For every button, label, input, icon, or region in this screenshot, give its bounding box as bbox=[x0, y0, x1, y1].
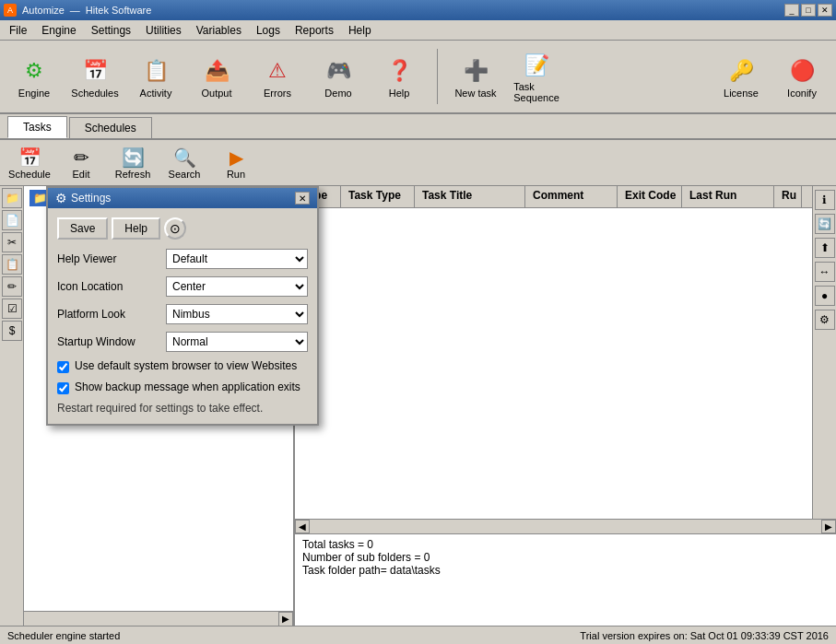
status-bar: Scheduler engine started Trial version e… bbox=[0, 626, 836, 644]
up-icon[interactable]: ⬆ bbox=[815, 238, 835, 258]
icon-location-select[interactable]: Center Top Bottom bbox=[166, 276, 308, 297]
save-button[interactable]: Save bbox=[57, 217, 108, 240]
task-sequence-button[interactable]: 📝 Task Sequence bbox=[510, 45, 563, 108]
task-sequence-label: Task Sequence bbox=[513, 81, 559, 103]
activity-button[interactable]: 📋 Activity bbox=[129, 45, 183, 108]
dialog-close-button[interactable]: ✕ bbox=[295, 192, 310, 205]
iconify-button[interactable]: 🔴 Iconify bbox=[775, 45, 829, 108]
platform-look-select-wrapper: Nimbus Windows Metal bbox=[166, 304, 308, 324]
run-label: Run bbox=[227, 169, 245, 180]
activity-label: Activity bbox=[140, 88, 172, 99]
tab-schedules[interactable]: Schedules bbox=[69, 117, 152, 138]
left-icon-copy[interactable]: 📋 bbox=[2, 254, 22, 275]
new-task-button[interactable]: ➕ New task bbox=[449, 45, 502, 108]
company-name: Hitek Software bbox=[86, 5, 152, 16]
window-controls: _ □ ✕ bbox=[784, 4, 832, 17]
left-icon-edit2[interactable]: ✏ bbox=[2, 276, 22, 297]
left-icon-doc[interactable]: 📄 bbox=[2, 210, 22, 230]
right-side-icons: ℹ 🔄 ⬆ ↔ ● ⚙ bbox=[812, 186, 836, 519]
demo-button[interactable]: 🎮 Demo bbox=[312, 45, 365, 108]
table-header: Type Task Type Task Title Comment Exit C… bbox=[295, 186, 812, 208]
schedule-button[interactable]: 📅 Schedule bbox=[7, 146, 52, 180]
help-viewer-select[interactable]: Default Browser Internal bbox=[166, 249, 308, 269]
use-browser-label: Use default system browser to view Websi… bbox=[75, 359, 297, 372]
dialog-body: Save Help ⊙ Help Viewer Default Browser … bbox=[48, 208, 317, 424]
info-line-3: Task folder path= data\tasks bbox=[302, 564, 829, 577]
output-icon: 📤 bbox=[200, 54, 233, 88]
horiz-icon[interactable]: ↔ bbox=[815, 262, 835, 282]
license-button[interactable]: 🔑 License bbox=[714, 45, 768, 108]
run-icon: ▶ bbox=[230, 146, 243, 169]
menu-reports[interactable]: Reports bbox=[289, 22, 339, 39]
refresh-side-icon[interactable]: 🔄 bbox=[815, 214, 835, 234]
help-button[interactable]: ❓ Help bbox=[372, 45, 426, 108]
menu-logs[interactable]: Logs bbox=[251, 22, 286, 39]
errors-icon: ⚠ bbox=[261, 54, 294, 88]
scroll-left-table[interactable]: ◀ bbox=[295, 520, 310, 533]
menu-settings[interactable]: Settings bbox=[86, 22, 136, 39]
output-button[interactable]: 📤 Output bbox=[190, 45, 243, 108]
schedule-icon: 📅 bbox=[18, 146, 41, 169]
edit-icon: ✏ bbox=[74, 146, 89, 169]
menu-engine[interactable]: Engine bbox=[36, 22, 81, 39]
platform-look-label: Platform Look bbox=[57, 308, 159, 321]
schedules-button[interactable]: 📅 Schedules bbox=[68, 45, 122, 108]
engine-icon: ⚙ bbox=[18, 54, 51, 88]
menu-file[interactable]: File bbox=[4, 22, 32, 39]
use-browser-checkbox[interactable] bbox=[57, 361, 69, 373]
show-backup-label: Show backup message when application exi… bbox=[75, 381, 300, 393]
icon-location-select-wrapper: Center Top Bottom bbox=[166, 276, 308, 297]
help-icon: ❓ bbox=[383, 54, 416, 88]
dialog-help-button[interactable]: Help bbox=[112, 217, 160, 240]
help-viewer-label: Help Viewer bbox=[57, 252, 159, 265]
startup-window-row: Startup Window Normal Maximized Minimize… bbox=[57, 332, 308, 352]
icon-location-row: Icon Location Center Top Bottom bbox=[57, 276, 308, 297]
search-label: Search bbox=[169, 169, 201, 180]
left-icon-folder[interactable]: 📁 bbox=[2, 188, 22, 208]
menu-utilities[interactable]: Utilities bbox=[140, 22, 187, 39]
show-backup-checkbox[interactable] bbox=[57, 382, 69, 394]
left-icon-dollar[interactable]: $ bbox=[2, 321, 22, 341]
iconify-icon: 🔴 bbox=[785, 54, 818, 88]
new-task-icon: ➕ bbox=[459, 54, 492, 88]
left-icon-check[interactable]: ☑ bbox=[2, 299, 22, 319]
col-ru: Ru bbox=[774, 186, 802, 207]
close-button[interactable]: ✕ bbox=[818, 4, 832, 17]
info-line-1: Total tasks = 0 bbox=[302, 538, 829, 551]
info-icon[interactable]: ℹ bbox=[815, 190, 835, 210]
demo-icon: 🎮 bbox=[322, 54, 355, 88]
dialog-circle-button[interactable]: ⊙ bbox=[164, 217, 186, 240]
startup-window-select[interactable]: Normal Maximized Minimized bbox=[166, 332, 308, 352]
table-area: Type Task Type Task Title Comment Exit C… bbox=[295, 186, 812, 519]
tab-tasks[interactable]: Tasks bbox=[7, 116, 67, 138]
folder-icon: 📁 bbox=[33, 192, 47, 205]
use-browser-row: Use default system browser to view Websi… bbox=[57, 359, 308, 373]
engine-button[interactable]: ⚙ Engine bbox=[7, 45, 61, 108]
scroll-right-table[interactable]: ▶ bbox=[821, 520, 836, 533]
search-icon: 🔍 bbox=[173, 146, 196, 169]
schedules-icon: 📅 bbox=[78, 54, 112, 88]
errors-label: Errors bbox=[264, 88, 291, 99]
minimize-button[interactable]: _ bbox=[784, 4, 799, 17]
gear-side-icon[interactable]: ⚙ bbox=[815, 310, 835, 330]
errors-button[interactable]: ⚠ Errors bbox=[251, 45, 304, 108]
edit-button[interactable]: ✏ Edit bbox=[59, 146, 103, 180]
restart-notice: Restart required for settings to take ef… bbox=[57, 402, 308, 415]
run-button[interactable]: ▶ Run bbox=[214, 146, 258, 180]
search-button[interactable]: 🔍 Search bbox=[162, 146, 206, 180]
toolbar-separator bbox=[437, 49, 438, 104]
settings-dialog: ⚙ Settings ✕ Save Help ⊙ Help Viewer bbox=[46, 186, 319, 426]
refresh-label: Refresh bbox=[115, 169, 151, 180]
scroll-right[interactable]: ▶ bbox=[278, 612, 293, 626]
refresh-button[interactable]: 🔄 Refresh bbox=[111, 146, 155, 180]
menu-variables[interactable]: Variables bbox=[191, 22, 247, 39]
maximize-button[interactable]: □ bbox=[801, 4, 816, 17]
dot-icon[interactable]: ● bbox=[815, 286, 835, 306]
info-line-2: Number of sub folders = 0 bbox=[302, 551, 829, 564]
new-task-label: New task bbox=[454, 88, 496, 99]
iconify-label: Iconify bbox=[787, 88, 817, 99]
menu-help[interactable]: Help bbox=[343, 22, 377, 39]
h-scrollbar[interactable]: ◀ ▶ bbox=[295, 519, 836, 533]
platform-look-select[interactable]: Nimbus Windows Metal bbox=[166, 304, 308, 324]
left-icon-scissors[interactable]: ✂ bbox=[2, 232, 22, 252]
